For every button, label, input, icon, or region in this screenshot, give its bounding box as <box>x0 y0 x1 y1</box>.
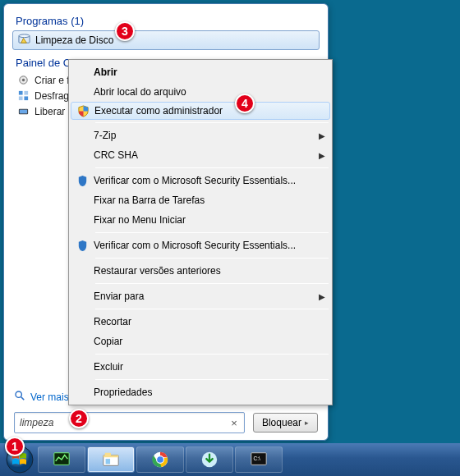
ctx-label: Verificar com o Microsoft Security Essen… <box>94 175 315 186</box>
ctx-properties[interactable]: Propriedades <box>71 382 330 402</box>
ctx-separator <box>95 309 329 309</box>
mse-shield-icon <box>71 240 94 252</box>
clear-search-icon[interactable]: × <box>229 417 239 429</box>
ctx-7zip[interactable]: 7-Zip▶ <box>71 126 330 145</box>
svg-rect-12 <box>80 182 85 185</box>
ctx-label: Executar como administrador <box>94 105 315 117</box>
ctx-label: 7-Zip <box>94 130 315 141</box>
svg-rect-6 <box>19 96 23 100</box>
taskbar-btn-cmd[interactable]: C:\ <box>235 446 283 473</box>
svg-rect-5 <box>24 91 28 95</box>
chevron-right-icon: ▶ <box>319 131 325 140</box>
annotation-1: 1 <box>5 437 25 456</box>
annotation-2: 2 <box>69 409 89 428</box>
ctx-separator <box>95 232 329 233</box>
context-menu: Abrir Abrir local do arquivo Executar co… <box>68 59 333 405</box>
taskbar-btn-chrome[interactable] <box>136 446 184 473</box>
start-search-box[interactable]: × <box>14 412 245 433</box>
svg-rect-19 <box>106 459 111 464</box>
ctx-verify-mse[interactable]: Verificar com o Microsoft Security Essen… <box>71 171 330 190</box>
ctx-separator <box>95 283 329 284</box>
disk-cleanup-icon <box>18 33 30 48</box>
ctx-crcsha[interactable]: CRC SHA▶ <box>71 145 330 165</box>
ctx-separator <box>95 258 329 259</box>
svg-rect-18 <box>105 453 111 456</box>
gear-icon <box>17 74 30 86</box>
annotation-3: 3 <box>115 21 135 41</box>
chevron-right-icon: ▶ <box>319 151 325 160</box>
ctx-run-as-admin[interactable]: Executar como administrador <box>71 102 330 120</box>
mse-shield-icon <box>71 175 94 187</box>
ctx-separator <box>95 167 329 168</box>
svg-rect-9 <box>20 110 27 114</box>
programs-header: Programas (1) <box>16 15 320 27</box>
ctx-label: CRC SHA <box>94 149 315 161</box>
ctx-label: Excluir <box>94 361 315 373</box>
ctx-verify-mse-2[interactable]: Verificar com o Microsoft Security Essen… <box>71 236 330 255</box>
defrag-icon <box>17 89 30 102</box>
shield-icon <box>71 105 94 117</box>
chevron-right-icon: ▶ <box>319 292 325 301</box>
ctx-copy[interactable]: Copiar <box>71 332 330 351</box>
ctx-label: Fixar na Barra de Tarefas <box>94 195 315 206</box>
ctx-open[interactable]: Abrir <box>71 62 330 82</box>
svg-point-1 <box>19 34 30 38</box>
start-search-input[interactable] <box>20 417 229 428</box>
lock-button-label: Bloquear <box>262 417 301 428</box>
svg-rect-13 <box>80 247 85 250</box>
taskbar: C:\ <box>0 443 460 476</box>
taskbar-btn-taskmanager[interactable] <box>38 446 85 473</box>
ctx-label: Restaurar versões anteriores <box>94 265 315 277</box>
ctx-cut[interactable]: Recortar <box>71 312 330 332</box>
svg-text:C:\: C:\ <box>254 455 260 461</box>
annotation-4: 4 <box>235 94 255 113</box>
disk-icon <box>17 105 30 117</box>
ctx-pin-taskbar[interactable]: Fixar na Barra de Tarefas <box>71 190 330 210</box>
ctx-delete[interactable]: Excluir <box>71 357 330 377</box>
ctx-label: Abrir <box>94 66 315 78</box>
svg-line-11 <box>21 397 25 400</box>
taskbar-btn-explorer[interactable] <box>87 446 135 473</box>
ctx-separator <box>95 122 329 123</box>
ctx-separator <box>95 354 329 355</box>
svg-rect-4 <box>19 91 23 95</box>
ctx-open-location[interactable]: Abrir local do arquivo <box>71 82 330 102</box>
ctx-label: Enviar para <box>94 291 315 302</box>
ctx-send-to[interactable]: Enviar para▶ <box>71 286 330 306</box>
ctx-label: Recortar <box>94 316 315 327</box>
svg-point-3 <box>22 79 25 81</box>
ctx-label: Abrir local do arquivo <box>94 86 315 98</box>
ctx-restore-prev[interactable]: Restaurar versões anteriores <box>71 261 330 281</box>
taskbar-btn-download[interactable] <box>186 446 233 473</box>
ctx-label: Fixar no Menu Iniciar <box>94 214 315 226</box>
ctx-separator <box>95 379 329 380</box>
svg-rect-7 <box>24 96 28 100</box>
ctx-pin-start[interactable]: Fixar no Menu Iniciar <box>71 210 330 230</box>
search-icon <box>14 390 25 404</box>
ctx-label: Copiar <box>94 336 315 347</box>
svg-point-10 <box>16 391 21 397</box>
chevron-right-icon[interactable]: ▸ <box>305 419 309 427</box>
ctx-label: Propriedades <box>94 387 315 398</box>
ctx-label: Verificar com o Microsoft Security Essen… <box>94 240 315 251</box>
program-result-limpeza-de-disco[interactable]: Limpeza de Disco <box>12 30 320 50</box>
lock-button[interactable]: Bloquear ▸ <box>253 413 318 433</box>
program-result-label: Limpeza de Disco <box>35 34 113 46</box>
